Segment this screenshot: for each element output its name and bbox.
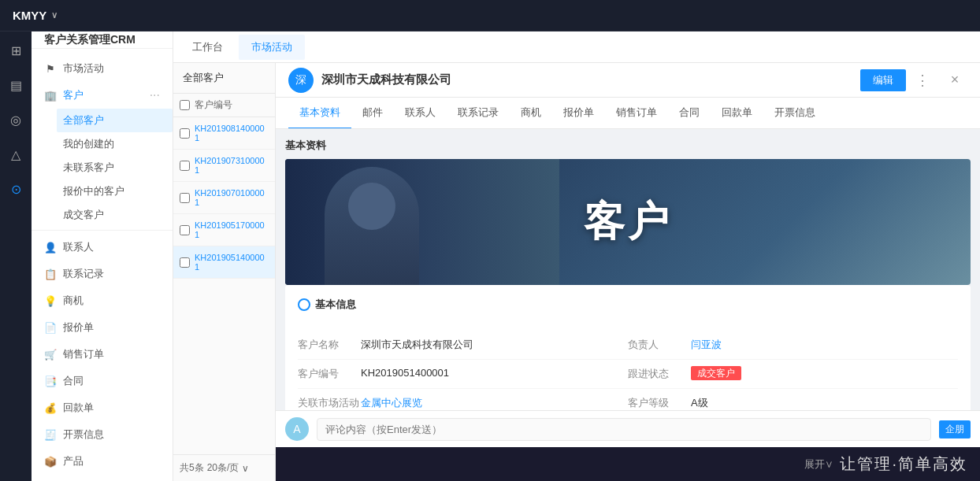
cart-icon: 🛒 (44, 348, 57, 361)
owner-label: 负责人 (628, 338, 691, 352)
sidebar-sub-item-unclaimed[interactable]: 未联系客户 (57, 156, 173, 179)
sidebar-item-quotation[interactable]: 📄 报价单 (32, 314, 173, 341)
sidebar-item-market-activity-label: 市场活动 (63, 61, 104, 76)
customer-banner: 客户 (285, 159, 971, 285)
tab-contact-records-label: 联系记录 (458, 105, 499, 120)
tab-basic[interactable]: 基本资料 (288, 98, 351, 129)
tab-workbench[interactable]: 工作台 (180, 35, 236, 60)
tab-opportunity[interactable]: 商机 (510, 98, 552, 129)
unclaimed-label: 未联系客户 (63, 161, 114, 175)
field-level: 客户等级 A级 (628, 389, 958, 410)
sidebar-sub-item-all-customers[interactable]: 全部客户 (57, 109, 173, 132)
close-button[interactable]: × (939, 63, 971, 98)
progress-status-label: 跟进状态 (628, 367, 691, 381)
customer-code-label: 客户编号 (298, 367, 361, 381)
lock-icon[interactable]: △ (3, 142, 28, 167)
detail-tabs: 基本资料 邮件 联系人 联系记录 (276, 98, 980, 129)
tab-market-activity[interactable]: 市场活动 (239, 35, 305, 60)
sidebar-item-contact-records[interactable]: 📋 联系记录 (32, 261, 173, 287)
row-checkbox[interactable] (180, 193, 190, 203)
sidebar-item-refund[interactable]: 💰 回款单 (32, 394, 173, 421)
basic-info-section-title: 基本资料 (285, 139, 971, 153)
tab-contract-label: 合同 (679, 105, 700, 120)
tab-quotation[interactable]: 报价单 (552, 98, 605, 129)
customer-code-value: KH2019051400001 (361, 367, 628, 379)
list-row-active[interactable]: KH2019051400001 (173, 246, 275, 279)
edit-button[interactable]: 编辑 (860, 69, 906, 91)
sidebar-section: ⚑ 市场活动 🏢 客户 ··· 全部客户 我的创建的 (32, 49, 173, 481)
section-title: 基本信息 (298, 298, 356, 312)
row-checkbox[interactable] (180, 161, 190, 171)
tab-invoice[interactable]: 开票信息 (763, 98, 826, 129)
quoting-label: 报价中的客户 (63, 184, 124, 198)
product-label: 产品 (63, 454, 84, 468)
building-icon: 🏢 (44, 89, 57, 102)
sidebar-sub-item-quoting[interactable]: 报价中的客户 (57, 179, 173, 203)
comment-avatar-text: A (293, 423, 300, 435)
info-column-right: 负责人 闫亚波 跟进状态 成交客户 (628, 331, 958, 410)
customer-list-panel: 全部客户 客户编号 KH2019081400001 (173, 63, 276, 481)
comment-input[interactable] (317, 418, 931, 441)
sidebar-sub-item-converted[interactable]: 成交客户 (57, 203, 173, 227)
row-checkbox[interactable] (180, 225, 190, 235)
list-per-page[interactable]: 20条/页 (207, 461, 239, 475)
sidebar-item-opportunity[interactable]: 💡 商机 (32, 287, 173, 314)
related-activity-label: 关联市场活动 (298, 396, 361, 410)
tab-contact-records[interactable]: 联系记录 (447, 98, 510, 129)
shield-icon[interactable]: ◎ (3, 107, 28, 132)
enterprise-badge[interactable]: 企朋 (939, 420, 971, 438)
detail-panel: 深 深圳市天成科技有限公司 编辑 ⋮ × 基 (276, 63, 980, 481)
top-nav-bar: KMYY ∨ (0, 0, 980, 31)
sidebar-item-invoice[interactable]: 🧾 开票信息 (32, 421, 173, 448)
info-column-left: 客户名称 深圳市天成科技有限公司 客户编号 KH2019051400001 (298, 331, 628, 410)
list-row[interactable]: KH2019073100001 (173, 150, 275, 182)
row-id: KH2019051700001 (195, 220, 269, 239)
table-icon[interactable]: ▤ (3, 72, 28, 98)
panel-container: 工作台 市场活动 全部客户 客户编号 (173, 31, 980, 481)
list-row[interactable]: KH2019051700001 (173, 214, 275, 246)
more-dots-icon[interactable]: ··· (150, 88, 160, 102)
quotation-icon: 📄 (44, 321, 57, 334)
more-options-button[interactable]: ⋮ (912, 72, 933, 89)
tab-contacts[interactable]: 联系人 (394, 98, 447, 129)
row-checkbox[interactable] (180, 257, 190, 268)
row-id: KH2019081400001 (195, 124, 269, 142)
all-customers-label: 全部客户 (63, 113, 104, 128)
list-row[interactable]: KH2019070100001 (173, 182, 275, 214)
section-circle-icon (298, 298, 310, 311)
list-column-header: 客户编号 (195, 98, 232, 112)
contract-label: 合同 (63, 374, 84, 388)
invoice-icon: 🧾 (44, 428, 57, 441)
customer-name-label: 客户名称 (298, 338, 361, 352)
detail-header-title: 深圳市天成科技有限公司 (321, 72, 860, 87)
list-row[interactable]: KH2019081400001 (173, 117, 275, 150)
sidebar-item-contract[interactable]: 📑 合同 (32, 368, 173, 394)
grid-icon[interactable]: ⊞ (3, 38, 28, 63)
progress-status-badge: 成交客户 (691, 367, 958, 380)
owner-value[interactable]: 闫亚波 (691, 338, 958, 352)
sidebar: 客户关系管理CRM ⚑ 市场活动 🏢 客户 ··· 全部客户 (32, 31, 173, 481)
sidebar-sub-item-my-created[interactable]: 我的创建的 (57, 132, 173, 156)
sidebar-item-market-activity[interactable]: ⚑ 市场活动 (32, 55, 173, 82)
people-icon[interactable]: ⊙ (3, 176, 28, 202)
related-activity-value[interactable]: 金属中心展览 (361, 396, 628, 410)
sidebar-item-sales-order[interactable]: 🛒 销售订单 (32, 341, 173, 368)
list-table: 客户编号 KH2019081400001 KH2019073100001 (173, 94, 275, 454)
tab-sales-order[interactable]: 销售订单 (605, 98, 668, 129)
row-checkbox[interactable] (180, 128, 190, 139)
sidebar-item-customer[interactable]: 🏢 客户 ··· (32, 82, 173, 109)
comment-bar: A 企朋 (276, 410, 980, 447)
tab-refund[interactable]: 回款单 (711, 98, 763, 129)
tab-email[interactable]: 邮件 (351, 98, 394, 129)
opportunity-label: 商机 (63, 294, 84, 308)
customer-name-value: 深圳市天成科技有限公司 (361, 338, 628, 352)
tab-contract[interactable]: 合同 (668, 98, 711, 129)
detail-content: 基本资料 客户 (276, 129, 980, 410)
sidebar-item-contacts[interactable]: 👤 联系人 (32, 234, 173, 261)
sidebar-item-product[interactable]: 📦 产品 (32, 448, 173, 475)
sidebar-sub-customers: 全部客户 我的创建的 未联系客户 报价中的客户 成交客户 (32, 109, 173, 227)
list-panel-header: 全部客户 (173, 63, 275, 94)
expand-label[interactable]: 展开∨ (804, 457, 833, 472)
select-all-checkbox[interactable] (180, 100, 190, 110)
row-id: KH2019073100001 (195, 156, 269, 175)
